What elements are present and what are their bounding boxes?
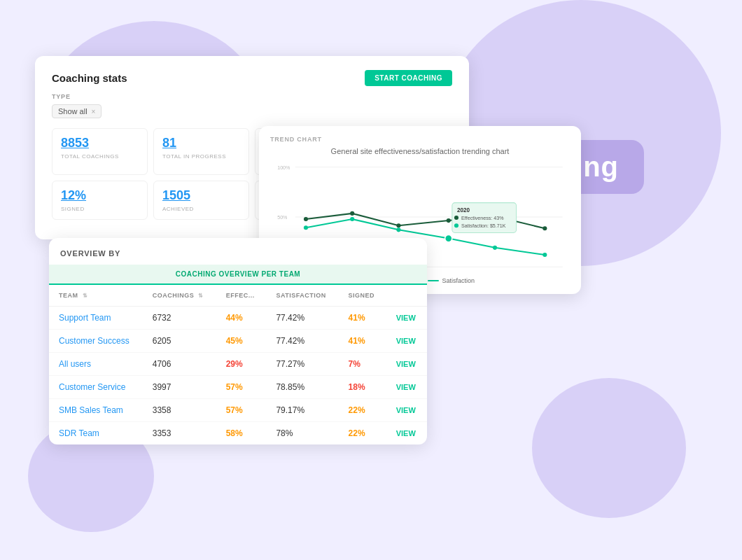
svg-text:50%: 50% [277, 215, 288, 220]
effectiveness-val: 57% [216, 376, 267, 399]
svg-text:2022: 2022 [540, 272, 551, 273]
coachings-val: 3997 [143, 376, 216, 399]
effectiveness-val: 44% [216, 307, 267, 330]
stats-card-header: Coaching stats START COACHING [52, 70, 452, 86]
satisfaction-val: 79.17% [266, 399, 338, 422]
svg-point-6 [304, 217, 308, 221]
col-coachings: COACHINGS ⇅ [143, 285, 216, 307]
overview-table-body: Support Team 6732 44% 77.42% 41% VIEW Cu… [49, 307, 427, 445]
svg-point-16 [493, 246, 497, 250]
table-row: All users 4706 29% 77.27% 7% VIEW [49, 353, 427, 376]
effectiveness-val: 29% [216, 353, 267, 376]
filter-remove-icon[interactable]: × [92, 108, 96, 115]
stat-total-in-progress: 81 TOTAL IN PROGRESS [153, 128, 249, 175]
coachings-val: 3358 [143, 399, 216, 422]
view-link[interactable]: VIEW [396, 383, 416, 391]
team-name[interactable]: Support Team [59, 313, 111, 323]
table-row: Support Team 6732 44% 77.42% 41% VIEW [49, 307, 427, 330]
svg-point-12 [304, 225, 308, 230]
cards-wrapper: Coaching stats START COACHING TYPE Show … [35, 56, 581, 518]
overview-tab[interactable]: COACHING OVERVIEW PER TEAM [49, 265, 427, 285]
team-name[interactable]: Customer Service [59, 382, 125, 392]
view-link[interactable]: VIEW [396, 360, 416, 368]
svg-point-9 [447, 218, 451, 223]
stat-label-achieved: ACHIEVED [162, 206, 240, 212]
signed-val: 22% [339, 399, 386, 422]
team-name[interactable]: All users [59, 359, 91, 369]
team-name[interactable]: Customer Success [59, 336, 130, 346]
svg-point-8 [396, 223, 400, 227]
table-row: Customer Service 3997 57% 78.85% 18% VIE… [49, 376, 427, 399]
svg-point-13 [350, 217, 354, 221]
svg-text:2021: 2021 [490, 272, 501, 273]
sort-icon-team[interactable]: ⇅ [83, 293, 88, 299]
signed-val: 7% [339, 353, 386, 376]
col-effectiveness: EFFEC... [216, 285, 267, 307]
satisfaction-val: 78% [266, 422, 338, 445]
satisfaction-val: 77.42% [266, 330, 338, 353]
coachings-val: 3353 [143, 422, 216, 445]
svg-point-17 [542, 253, 547, 257]
sort-icon-coachings[interactable]: ⇅ [198, 293, 204, 299]
overview-table-head: TEAM ⇅ COACHINGS ⇅ EFFEC... SATISFACTION… [49, 285, 427, 307]
svg-point-28 [454, 223, 458, 227]
svg-text:Effectiveness: 43%: Effectiveness: 43% [461, 216, 504, 221]
overview-card: OVERVIEW BY COACHING OVERVIEW PER TEAM T… [49, 238, 427, 444]
stats-title: Coaching stats [52, 72, 127, 84]
overview-table: TEAM ⇅ COACHINGS ⇅ EFFEC... SATISFACTION… [49, 285, 427, 444]
table-row: SDR Team 3353 58% 78% 22% VIEW [49, 422, 427, 445]
coachings-val: 4706 [143, 353, 216, 376]
satisfaction-val: 77.42% [266, 307, 338, 330]
trend-title: General site effectiveness/satisfaction … [270, 147, 570, 155]
legend-satisfaction: Satisfaction [428, 277, 475, 284]
stat-label-total-coachings: TOTAL COACHINGS [61, 153, 139, 160]
table-row: SMB Sales Team 3358 57% 79.17% 22% VIEW [49, 399, 427, 422]
svg-text:100%: 100% [277, 165, 290, 171]
effectiveness-val: 58% [216, 422, 267, 445]
legend-label-sat: Satisfaction [442, 277, 475, 284]
view-link[interactable]: VIEW [396, 314, 416, 322]
col-team: TEAM ⇅ [49, 285, 143, 307]
stat-label-in-progress: TOTAL IN PROGRESS [162, 153, 240, 160]
svg-text:2020: 2020 [457, 207, 470, 214]
view-link[interactable]: VIEW [396, 429, 416, 438]
team-name[interactable]: SDR Team [59, 428, 99, 438]
stat-value-signed[interactable]: 12% [61, 188, 139, 203]
table-row: Customer Success 6205 45% 77.42% 41% VIE… [49, 330, 427, 353]
filter-value: Show all [58, 107, 88, 115]
col-action [386, 285, 427, 307]
stat-value-in-progress[interactable]: 81 [162, 136, 240, 150]
stat-label-signed: SIGNED [61, 206, 139, 212]
signed-val: 41% [339, 330, 386, 353]
svg-point-7 [350, 211, 354, 216]
coachings-val: 6205 [143, 330, 216, 353]
signed-val: 22% [339, 422, 386, 445]
svg-point-26 [454, 216, 458, 220]
effectiveness-val: 57% [216, 399, 267, 422]
view-link[interactable]: VIEW [396, 406, 416, 414]
stat-achieved: 1505 ACHIEVED [153, 181, 249, 220]
legend-dot-sat [428, 280, 439, 281]
stat-signed: 12% SIGNED [52, 181, 148, 220]
svg-text:2020: 2020 [444, 272, 455, 273]
start-coaching-button[interactable]: START COACHING [365, 70, 452, 86]
svg-point-15 [445, 234, 452, 241]
signed-val: 41% [339, 307, 386, 330]
team-name[interactable]: SMB Sales Team [59, 405, 123, 415]
overview-header: OVERVIEW BY [49, 249, 427, 265]
stat-value-achieved[interactable]: 1505 [162, 188, 240, 203]
col-signed: SIGNED [339, 285, 386, 307]
col-satisfaction: SATISFACTION [266, 285, 338, 307]
stat-total-coachings: 8853 TOTAL COACHINGS [52, 128, 148, 175]
svg-point-14 [396, 227, 400, 232]
satisfaction-val: 78.85% [266, 376, 338, 399]
signed-val: 18% [339, 376, 386, 399]
filter-tag: Show all × [52, 104, 102, 118]
stat-value-total-coachings[interactable]: 8853 [61, 136, 139, 150]
svg-point-11 [542, 226, 547, 230]
trend-label: TREND CHART [270, 136, 570, 143]
svg-text:Satisfaction: $5.71K: Satisfaction: $5.71K [461, 223, 506, 229]
coachings-val: 6732 [143, 307, 216, 330]
view-link[interactable]: VIEW [396, 337, 416, 345]
type-label: TYPE [52, 93, 452, 100]
